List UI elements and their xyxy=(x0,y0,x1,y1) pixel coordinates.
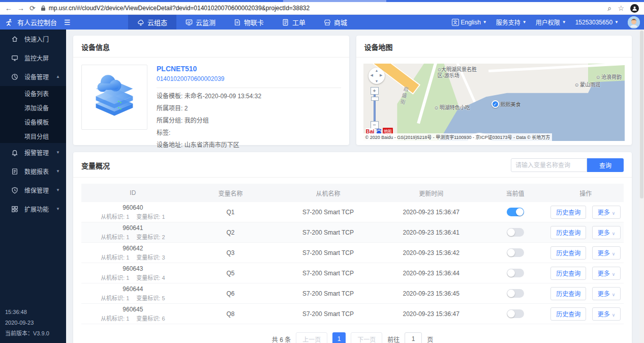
page-1-button[interactable]: 1 xyxy=(332,332,346,343)
tab-work-order[interactable]: 工单 xyxy=(273,15,315,30)
variable-name: Q1 xyxy=(185,209,277,216)
sidebar-item-data-report[interactable]: 数据报表 ▼ xyxy=(0,162,66,181)
address-box[interactable]: mp.usr.cn/#/cloudV2/device/ViewDeviceDet… xyxy=(41,5,603,12)
tab-mall[interactable]: 商城 xyxy=(315,15,356,30)
history-query-button[interactable]: 历史查询 xyxy=(550,267,586,280)
device-info-card: 设备信息 xyxy=(73,36,349,145)
device-location-marker[interactable]: ✓ 熙熙美食 xyxy=(492,100,521,108)
device-image xyxy=(81,65,147,130)
sidebar-item-label: 扩展功能 xyxy=(24,205,49,213)
scrollbar-thumb[interactable] xyxy=(640,31,643,198)
slave-name: S7-200 Smart TCP xyxy=(277,290,380,297)
more-button[interactable]: 更多∨ xyxy=(592,246,621,260)
table-row: 960643从机标识: 1变量标识: 4 Q5 S7-200 Smart TCP… xyxy=(81,263,624,283)
history-query-button[interactable]: 历史查询 xyxy=(550,226,586,239)
variable-name: Q6 xyxy=(185,290,277,297)
sidebar-item-project-group[interactable]: 项目分组 xyxy=(0,129,66,143)
language-label: English xyxy=(461,19,481,26)
history-query-button[interactable]: 历史查询 xyxy=(550,287,586,300)
more-button[interactable]: 更多∨ xyxy=(592,287,621,300)
more-button[interactable]: 更多∨ xyxy=(592,226,621,239)
tab-label: 物联卡 xyxy=(244,17,264,27)
slave-name: S7-200 Smart TCP xyxy=(277,229,380,236)
pan-right-icon[interactable]: ▶ xyxy=(380,73,382,77)
page-scrollbar[interactable] xyxy=(639,30,644,343)
chevron-down-icon: ∨ xyxy=(612,211,616,216)
bell-icon xyxy=(11,149,18,156)
variable-tags: 从机标识: 1变量标识: 4 xyxy=(81,273,185,281)
language-dropdown[interactable]: 文 English ▼ xyxy=(452,19,487,26)
value-toggle[interactable] xyxy=(507,289,524,298)
permissions-dropdown[interactable]: 用户权限 ▼ xyxy=(536,18,566,26)
tag-field: 标签: xyxy=(157,127,341,139)
current-time: 15:36:48 xyxy=(5,307,49,318)
map-pan-control[interactable]: ▲ ▼ ◀ ▶ xyxy=(369,68,385,84)
back-button[interactable]: ← xyxy=(5,5,12,12)
tab-iot-card[interactable]: 物联卡 xyxy=(225,15,273,30)
sidebar-item-device-list[interactable]: 设备列表 xyxy=(0,86,66,100)
variable-tags: 从机标识: 1变量标识: 3 xyxy=(81,253,185,261)
home-icon xyxy=(11,36,18,43)
sidebar-item-monitor-screen[interactable]: 监控大屏 xyxy=(0,48,66,67)
translate-icon: 文 xyxy=(452,19,459,26)
device-pie-icon xyxy=(11,73,18,80)
next-page-button[interactable]: 下一页 xyxy=(351,332,382,343)
more-button[interactable]: 更多∨ xyxy=(592,206,621,219)
sidebar-item-quick-start[interactable]: 快速入门 xyxy=(0,30,66,48)
value-toggle[interactable] xyxy=(507,309,524,318)
support-label: 服务支持 xyxy=(496,18,520,26)
prev-page-button[interactable]: 上一页 xyxy=(296,332,327,343)
permissions-label: 用户权限 xyxy=(536,18,560,26)
sidebar-item-add-device[interactable]: 添加设备 xyxy=(0,100,66,115)
sidebar-item-label: 设备管理 xyxy=(24,72,49,81)
query-button[interactable]: 查询 xyxy=(587,158,624,172)
collapse-menu-icon[interactable]: ☰ xyxy=(64,18,71,26)
reload-button[interactable]: ⟳ xyxy=(29,5,36,12)
browser-profile-icon[interactable] xyxy=(630,4,639,13)
map-copyright: © 2020 Baidu - GS(2019)5218号 - 甲测资字11009… xyxy=(363,133,553,141)
support-dropdown[interactable]: 服务支持 ▼ xyxy=(496,18,527,26)
value-toggle[interactable] xyxy=(507,208,524,216)
variable-id: 960643 xyxy=(81,265,185,272)
history-query-button[interactable]: 历史查询 xyxy=(550,307,586,321)
more-button[interactable]: 更多∨ xyxy=(592,307,621,321)
sidebar-item-maintenance[interactable]: 维保管理 ▼ xyxy=(0,181,66,199)
chevron-down-icon: ∨ xyxy=(612,251,616,256)
variable-name: Q5 xyxy=(185,270,277,277)
chevron-down-icon: ▼ xyxy=(56,150,60,155)
sidebar-item-device-template[interactable]: 设备模板 xyxy=(0,115,66,129)
sidebar-item-label: 维保管理 xyxy=(24,186,49,194)
value-toggle[interactable] xyxy=(507,248,524,257)
account-dropdown[interactable]: 15253035650 ▼ xyxy=(575,19,619,26)
pan-up-icon[interactable]: ▲ xyxy=(375,69,379,72)
baidu-map[interactable]: ▲ ▼ ◀ ▶ + − ⊙大明湖风景名胜区-游乐场 ⊙ 沧浪 xyxy=(363,64,625,141)
goto-page-input[interactable] xyxy=(405,332,422,343)
column-value: 当前值 xyxy=(483,189,548,197)
sidebar-item-alarm-management[interactable]: 报警管理 ▼ xyxy=(0,143,66,162)
variable-search-input[interactable] xyxy=(511,158,587,172)
tab-cloud-scada[interactable]: 云组态 xyxy=(128,15,176,30)
pan-down-icon[interactable]: ▼ xyxy=(375,79,379,83)
sidebar-item-device-management[interactable]: 设备管理 ▲ xyxy=(0,67,66,86)
slave-name: S7-200 Smart TCP xyxy=(277,209,380,216)
tab-cloud-monitor[interactable]: 云监测 xyxy=(176,15,225,30)
zoom-in-button[interactable]: + xyxy=(371,87,379,95)
history-query-button[interactable]: 历史查询 xyxy=(550,246,586,260)
search-icon[interactable]: ⌕ xyxy=(608,5,612,12)
table-row: 960644从机标识: 1变量标识: 5 Q6 S7-200 Smart TCP… xyxy=(81,283,624,304)
value-toggle[interactable] xyxy=(507,269,524,277)
value-toggle[interactable] xyxy=(507,228,524,237)
history-query-button[interactable]: 历史查询 xyxy=(550,206,586,219)
variable-name: Q3 xyxy=(185,249,277,256)
sidebar-item-extended-functions[interactable]: 扩展功能 ▼ xyxy=(0,199,66,218)
update-time: 2020-09-23 15:36:41 xyxy=(380,229,483,236)
device-id-link[interactable]: 01401020070600002039 xyxy=(157,75,341,82)
forward-button[interactable]: → xyxy=(17,5,24,12)
pan-left-icon[interactable]: ◀ xyxy=(371,73,373,77)
more-button[interactable]: 更多∨ xyxy=(592,267,621,280)
bookmark-star-icon[interactable]: ☆ xyxy=(618,5,624,12)
zoom-slider[interactable] xyxy=(374,95,376,121)
user-avatar[interactable] xyxy=(628,16,640,28)
current-date: 2020-09-23 xyxy=(5,318,49,328)
zoom-slider-handle[interactable] xyxy=(371,97,379,101)
